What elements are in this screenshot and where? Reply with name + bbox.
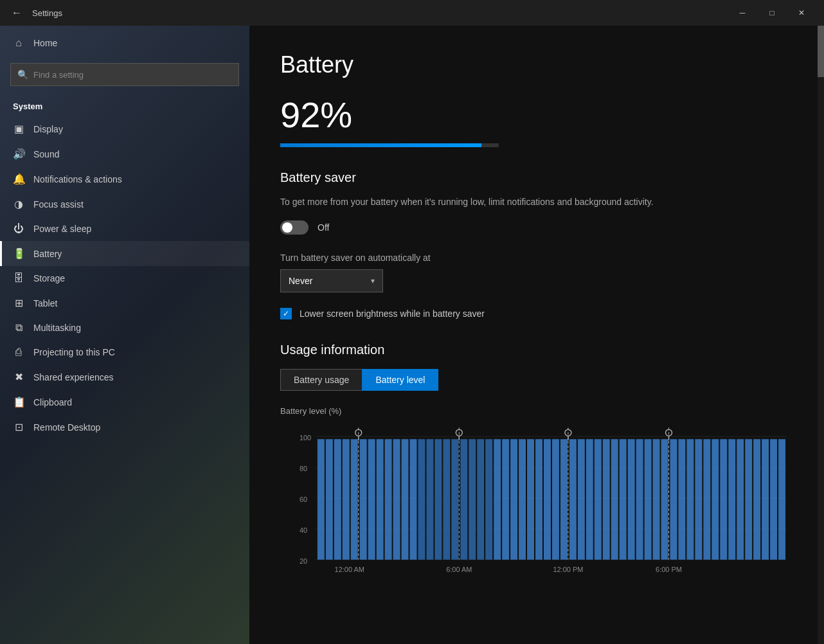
sidebar-item-home[interactable]: ⌂ Home — [0, 31, 249, 55]
sidebar-item-sound[interactable]: 🔊 Sound — [0, 141, 249, 166]
svg-rect-60 — [661, 439, 668, 560]
svg-rect-34 — [469, 439, 476, 560]
svg-text:6:00 AM: 6:00 AM — [446, 566, 472, 573]
sidebar: ⌂ Home 🔍 System ▣ Display 🔊 Sound 🔔 Noti… — [0, 26, 249, 644]
svg-rect-76 — [770, 439, 777, 560]
search-input[interactable] — [33, 70, 232, 80]
svg-rect-19 — [368, 439, 375, 560]
svg-rect-57 — [636, 439, 643, 560]
sidebar-section-title: System — [0, 94, 249, 116]
auto-on-dropdown[interactable]: Never ▾ — [280, 269, 383, 292]
svg-rect-42 — [535, 439, 542, 560]
sidebar-item-label: Focus assist — [33, 199, 84, 210]
svg-rect-11 — [326, 439, 333, 560]
battery-progress-bar — [280, 143, 499, 147]
sidebar-item-label: Notifications & actions — [33, 174, 122, 184]
svg-text:12:00 PM: 12:00 PM — [553, 566, 583, 573]
svg-rect-68 — [703, 439, 710, 560]
svg-rect-54 — [611, 439, 618, 560]
usage-tabs: Battery usage Battery level — [280, 369, 793, 391]
minimize-button[interactable]: ─ — [728, 0, 757, 26]
svg-rect-38 — [502, 439, 509, 560]
svg-text:6:00 PM: 6:00 PM — [656, 566, 682, 573]
toggle-label: Off — [318, 222, 329, 233]
svg-rect-35 — [477, 439, 484, 560]
sidebar-item-remote[interactable]: ⊡ Remote Desktop — [0, 415, 249, 440]
brightness-checkbox-label: Lower screen brightness while in battery… — [300, 309, 485, 319]
sidebar-item-label: Storage — [33, 273, 65, 283]
svg-rect-29 — [451, 439, 458, 560]
svg-rect-55 — [620, 439, 627, 560]
svg-rect-25 — [418, 439, 425, 560]
remote-icon: ⊡ — [13, 421, 24, 433]
scrollbar-track[interactable] — [818, 26, 824, 644]
sidebar-item-power[interactable]: ⏻ Power & sleep — [0, 217, 249, 241]
sidebar-item-multitasking[interactable]: ⧉ Multitasking — [0, 316, 249, 340]
sidebar-item-tablet[interactable]: ⊞ Tablet — [0, 291, 249, 316]
svg-rect-50 — [578, 439, 585, 560]
svg-text:80: 80 — [300, 465, 307, 472]
svg-rect-66 — [686, 439, 694, 560]
battery-percent-display: 92% — [280, 94, 793, 136]
multitasking-icon: ⧉ — [13, 322, 24, 334]
sidebar-item-notifications[interactable]: 🔔 Notifications & actions — [0, 166, 249, 192]
svg-rect-64 — [670, 439, 677, 560]
svg-rect-13 — [343, 439, 350, 560]
svg-rect-40 — [519, 439, 526, 560]
sidebar-item-shared[interactable]: ✖ Shared experiences — [0, 364, 249, 389]
battery-icon: 🔋 — [13, 247, 24, 260]
app-title: Settings — [32, 8, 62, 18]
sidebar-item-projecting[interactable]: ⎙ Projecting to this PC — [0, 340, 249, 364]
scrollbar-thumb[interactable] — [818, 26, 824, 77]
sidebar-item-label: Projecting to this PC — [33, 347, 115, 357]
sidebar-item-battery[interactable]: 🔋 Battery — [0, 241, 249, 266]
battery-saver-toggle[interactable] — [280, 220, 309, 235]
toggle-knob — [282, 222, 292, 233]
svg-rect-14 — [351, 439, 358, 560]
svg-rect-67 — [695, 439, 702, 560]
svg-rect-71 — [728, 439, 735, 560]
home-icon: ⌂ — [13, 37, 24, 49]
svg-rect-58 — [645, 439, 652, 560]
tab-battery-usage[interactable]: Battery usage — [280, 369, 362, 391]
close-button[interactable]: ✕ — [787, 0, 816, 26]
svg-rect-39 — [510, 439, 517, 560]
brightness-checkbox[interactable]: ✓ — [280, 308, 292, 319]
sidebar-search-box[interactable]: 🔍 — [10, 63, 239, 86]
sidebar-item-label: Tablet — [33, 298, 57, 309]
svg-rect-59 — [653, 439, 660, 560]
back-button[interactable]: ← — [8, 4, 26, 22]
svg-rect-27 — [434, 439, 442, 560]
sidebar-item-label: Clipboard — [33, 397, 72, 407]
sidebar-item-storage[interactable]: 🗄 Storage — [0, 266, 249, 291]
sound-icon: 🔊 — [13, 148, 24, 160]
main-layout: ⌂ Home 🔍 System ▣ Display 🔊 Sound 🔔 Noti… — [0, 26, 824, 644]
sidebar-item-focus[interactable]: ◑ Focus assist — [0, 192, 249, 217]
sidebar-item-label: Home — [33, 38, 57, 48]
svg-rect-36 — [485, 439, 492, 560]
battery-saver-title: Battery saver — [280, 170, 793, 185]
page-title: Battery — [280, 51, 793, 78]
window-controls: ─ □ ✕ — [728, 0, 816, 26]
svg-rect-28 — [443, 439, 450, 560]
svg-text:20: 20 — [300, 557, 307, 565]
sidebar-item-label: Shared experiences — [33, 372, 114, 382]
sidebar-item-display[interactable]: ▣ Display — [0, 116, 249, 141]
dropdown-value: Never — [289, 276, 312, 286]
svg-rect-49 — [569, 439, 577, 560]
svg-rect-51 — [586, 439, 593, 560]
tab-battery-level[interactable]: Battery level — [362, 369, 438, 391]
svg-rect-10 — [318, 439, 325, 560]
sidebar-item-label: Display — [33, 124, 63, 134]
search-icon: 🔍 — [17, 69, 28, 80]
sidebar-item-clipboard[interactable]: 📋 Clipboard — [0, 389, 249, 415]
svg-rect-41 — [527, 439, 534, 560]
clipboard-icon: 📋 — [13, 396, 24, 408]
svg-rect-75 — [762, 439, 769, 560]
svg-rect-24 — [409, 439, 416, 560]
titlebar: ← Settings ─ □ ✕ — [0, 0, 824, 26]
notifications-icon: 🔔 — [13, 173, 24, 185]
svg-rect-23 — [402, 439, 409, 560]
svg-rect-45 — [560, 439, 568, 560]
maximize-button[interactable]: □ — [757, 0, 787, 26]
